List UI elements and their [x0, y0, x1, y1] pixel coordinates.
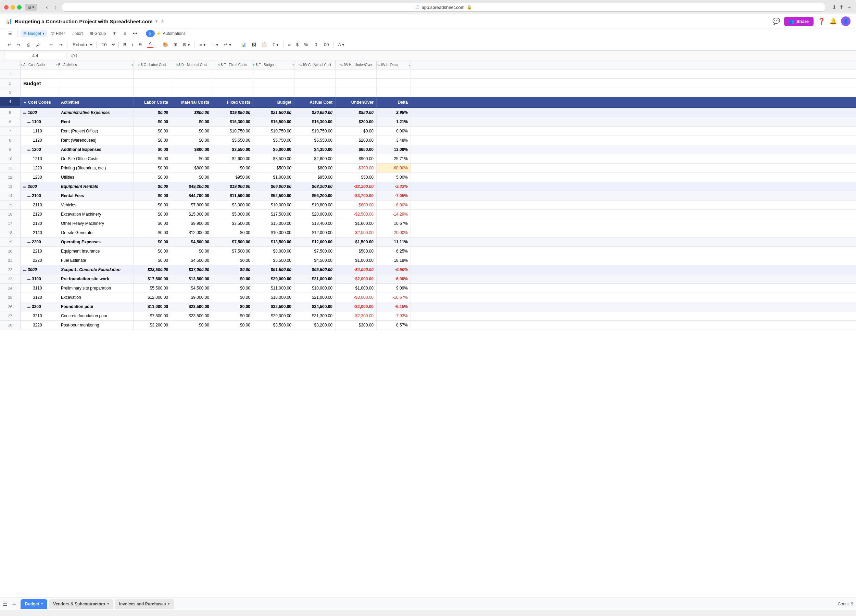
user-avatar[interactable]: 👤 [841, 17, 850, 26]
col-header-d[interactable]: $ $ D - Material Cost [171, 61, 212, 69]
cell-27-b[interactable]: Concrete foundation pour [58, 312, 134, 320]
cell-2-i[interactable] [377, 79, 411, 88]
cell-18-b[interactable]: On-site Generator [58, 228, 134, 237]
cell-reference[interactable]: 4:4 [4, 52, 66, 59]
print-button[interactable]: 🖨 [24, 41, 32, 48]
cell-14-g[interactable]: $56,200.00 [294, 191, 336, 200]
cell-18-d[interactable]: $12,000.00 [171, 228, 212, 237]
col-under-over-header[interactable]: Under/Over [336, 97, 377, 108]
cell-21-c[interactable]: $0.00 [134, 256, 171, 265]
cell-27-h[interactable]: -$2,300.00 [336, 312, 377, 320]
cell-5-i[interactable]: 3.95% [377, 108, 411, 117]
cell-24-f[interactable]: $11,000.00 [253, 284, 294, 293]
cell-24-a[interactable]: 3110 [20, 284, 58, 293]
cell-12-h[interactable]: $50.00 [336, 173, 377, 182]
cell-18-c[interactable]: $0.00 [134, 228, 171, 237]
strikethrough-button[interactable]: S [137, 41, 144, 48]
cell-17-i[interactable]: 10.67% [377, 219, 411, 228]
cell-12-i[interactable]: 5.00% [377, 173, 411, 182]
cell-28-b[interactable]: Post-pour monitoring [58, 321, 134, 330]
col-header-b[interactable]: B - Activities ▾ [58, 61, 134, 69]
cell-15-c[interactable]: $0.00 [134, 201, 171, 209]
cell-23-a[interactable]: ▬ 3100 [20, 275, 58, 283]
col-material-header[interactable]: Material Costs [171, 97, 212, 108]
cell-16-b[interactable]: Excavation Machinery [58, 210, 134, 219]
cell-10-i[interactable]: 25.71% [377, 154, 411, 163]
cell-15-f[interactable]: $10,000.00 [253, 201, 294, 209]
cell-8-h[interactable]: $200.00 [336, 136, 377, 145]
cell-6-i[interactable]: 1.21% [377, 117, 411, 126]
cell-22-h[interactable]: -$4,000.00 [336, 265, 377, 274]
cell-8-c[interactable]: $0.00 [134, 136, 171, 145]
col-fixed-header[interactable]: Fixed Costs [212, 97, 253, 108]
cell-16-a[interactable]: 2120 [20, 210, 58, 219]
cell-6-g[interactable]: $16,300.00 [294, 117, 336, 126]
collapse-icon[interactable]: ▬ [28, 240, 31, 244]
sort-button[interactable]: ↕ Sort [69, 30, 86, 37]
collapse-icon[interactable]: ▬ [28, 305, 31, 308]
borders-button[interactable]: ⊞ [172, 41, 179, 48]
cell-16-d[interactable]: $15,000.00 [171, 210, 212, 219]
cell-11-c[interactable]: $0.00 [134, 164, 171, 172]
cell-17-b[interactable]: Other Heavy Machinery [58, 219, 134, 228]
cell-18-h[interactable]: -$2,000.00 [336, 228, 377, 237]
cell-13-e[interactable]: $19,000.00 [212, 182, 253, 191]
cell-17-e[interactable]: $3,500.00 [212, 219, 253, 228]
col-labor-header[interactable]: Labor Costs [134, 97, 171, 108]
cell-8-e[interactable]: $5,550.00 [212, 136, 253, 145]
collapse-icon[interactable]: ▬ [28, 277, 31, 281]
cell-17-a[interactable]: 2130 [20, 219, 58, 228]
cell-5-d[interactable]: $800.00 [171, 108, 212, 117]
cell-15-d[interactable]: $7,800.00 [171, 201, 212, 209]
cell-25-c[interactable]: $12,000.00 [134, 293, 171, 302]
cell-13-g[interactable]: $68,200.00 [294, 182, 336, 191]
cell-17-c[interactable]: $0.00 [134, 219, 171, 228]
cell-28-i[interactable]: 8.57% [377, 321, 411, 330]
cell-13-a[interactable]: ▬ 2000 [20, 182, 58, 191]
cell-7-h[interactable]: $0.00 [336, 127, 377, 135]
cell-3-g[interactable] [294, 88, 336, 97]
cell-3-h[interactable] [336, 88, 377, 97]
cell-25-f[interactable]: $18,000.00 [253, 293, 294, 302]
cell-1-d[interactable] [171, 69, 212, 78]
forward-button[interactable]: › [53, 3, 59, 11]
cell-9-c[interactable]: $0.00 [134, 145, 171, 154]
cell-27-i[interactable]: -7.93% [377, 312, 411, 320]
cell-18-i[interactable]: -20.00% [377, 228, 411, 237]
cell-6-d[interactable]: $0.00 [171, 117, 212, 126]
cell-7-e[interactable]: $10,750.00 [212, 127, 253, 135]
cell-19-f[interactable]: $13,500.00 [253, 238, 294, 246]
cell-22-f[interactable]: $61,500.00 [253, 265, 294, 274]
fx-button[interactable]: f(x) [69, 53, 79, 59]
font-select[interactable]: Roboto [70, 41, 94, 48]
cell-3-b[interactable] [58, 88, 134, 97]
cell-22-a[interactable]: ▬ 3000 [20, 265, 58, 274]
cell-12-a[interactable]: 1230 [20, 173, 58, 182]
sheet-tab-budget[interactable]: Budget ▾ [20, 599, 47, 609]
cell-7-i[interactable]: 0.00% [377, 127, 411, 135]
collapse-icon[interactable]: ▬ [23, 185, 26, 188]
cell-12-c[interactable]: $0.00 [134, 173, 171, 182]
cell-5-h[interactable]: $850.00 [336, 108, 377, 117]
cell-24-d[interactable]: $4,500.00 [171, 284, 212, 293]
cell-2-h[interactable] [336, 79, 377, 88]
sum-button[interactable]: Σ ▾ [271, 41, 281, 48]
bold-button[interactable]: B [121, 41, 128, 48]
cell-26-e[interactable]: $0.00 [212, 302, 253, 311]
chart-button[interactable]: 📊 [239, 41, 248, 48]
cell-9-e[interactable]: $3,550.00 [212, 145, 253, 154]
col-actual-header[interactable]: Actual Cost [294, 97, 336, 108]
cell-5-c[interactable]: $0.00 [134, 108, 171, 117]
maximize-button[interactable] [17, 5, 22, 9]
col-header-h[interactable]: fW fW H - Under/Over [336, 61, 377, 69]
cell-6-b[interactable]: Rent [58, 117, 134, 126]
cell-19-b[interactable]: Operating Expenses [58, 238, 134, 246]
collapse-icon[interactable]: ▬ [28, 194, 31, 197]
cell-26-i[interactable]: -6.15% [377, 302, 411, 311]
cell-11-e[interactable]: $0.00 [212, 164, 253, 172]
cell-23-f[interactable]: $29,000.00 [253, 275, 294, 283]
cell-3-a[interactable] [20, 88, 58, 97]
cell-28-a[interactable]: 3220 [20, 321, 58, 330]
cell-26-c[interactable]: $11,000.00 [134, 302, 171, 311]
cell-22-g[interactable]: $65,500.00 [294, 265, 336, 274]
